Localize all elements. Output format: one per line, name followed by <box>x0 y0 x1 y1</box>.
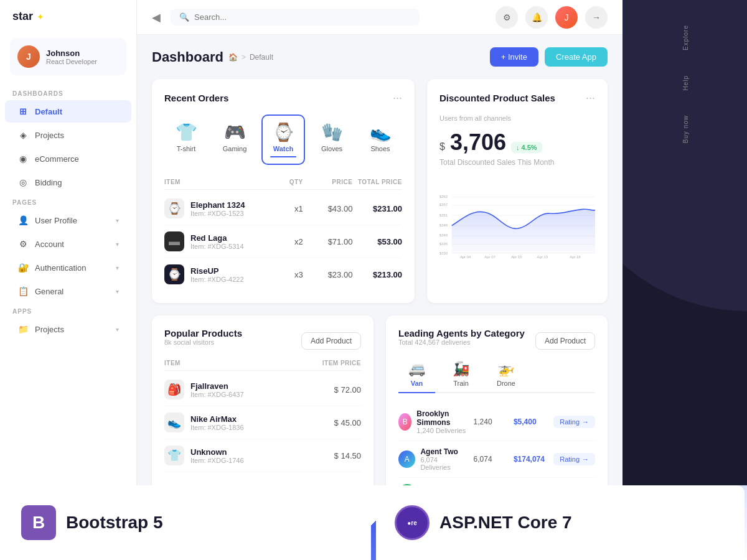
add-product-button[interactable]: Add Product <box>301 332 361 350</box>
breadcrumb-separator: > <box>242 53 246 62</box>
sidebar-item-label: eCommerce <box>35 154 79 164</box>
main-content: ◀ 🔍 ⚙ 🔔 J → Dashboard 🏠 > Default + <box>137 0 622 560</box>
agent-info: A Agent Two 6,074 Deliveries <box>398 447 469 471</box>
tab-drone[interactable]: 🚁 Drone <box>487 356 525 393</box>
page-title: Dashboard <box>152 49 223 65</box>
buy-now-button[interactable]: Buy now <box>622 103 747 156</box>
topbar-settings-button[interactable]: ⚙ <box>496 6 518 29</box>
help-button[interactable]: Help <box>622 63 747 103</box>
svg-text:Apr 04: Apr 04 <box>460 255 471 259</box>
sales-subtitle: Users from all channels <box>439 114 595 122</box>
badge-value: 4.5% <box>522 144 537 151</box>
logo-text: star <box>12 10 33 23</box>
search-box[interactable]: 🔍 <box>171 9 420 26</box>
tab-train[interactable]: 🚂 Train <box>443 356 479 393</box>
svg-text:$346: $346 <box>439 223 448 227</box>
breadcrumb: 🏠 > Default <box>228 53 273 62</box>
right-panel: Explore Help Buy now <box>622 0 747 560</box>
item-price: $ 14.50 <box>297 451 361 460</box>
topbar-notifications-button[interactable]: 🔔 <box>525 6 548 29</box>
svg-text:$340: $340 <box>439 233 448 237</box>
sidebar-item-bidding[interactable]: ◎ Bidding <box>5 171 131 194</box>
sidebar-item-label: Default <box>35 107 62 116</box>
avatar: J <box>17 45 40 68</box>
section-label-apps: APPS <box>0 303 136 317</box>
sales-label: Total Discounted Sales This Month <box>439 158 595 167</box>
chevron-down-icon: ▾ <box>116 264 119 271</box>
tab-label: Drone <box>497 380 515 387</box>
sales-amount: $ 3,706 ↓ 4.5% <box>439 129 595 156</box>
card-menu-icon[interactable]: ··· <box>393 91 402 105</box>
tab-gaming[interactable]: 🎮 Gaming <box>213 114 256 165</box>
pp-table-header: ITEM ITEM PRICE <box>164 356 361 371</box>
tab-tshirt[interactable]: 👕 T-shirt <box>164 114 208 165</box>
tab-watch[interactable]: ⌚ Watch <box>261 114 305 165</box>
svg-text:$357: $357 <box>439 203 448 207</box>
user-info: Johnson React Developer <box>46 49 97 65</box>
explore-button[interactable]: Explore <box>622 12 747 63</box>
tab-underline <box>222 156 248 157</box>
arrow-down-icon: ↓ <box>516 144 520 151</box>
add-agent-button[interactable]: Add Product <box>535 332 595 350</box>
logo-star-icon: ✦ <box>37 12 44 22</box>
top-grid: Recent Orders ··· 👕 T-shirt 🎮 Gaming <box>152 79 608 303</box>
agent-tabs: 🚐 Van 🚂 Train 🚁 Drone <box>398 356 595 393</box>
buy-label: Buy now <box>682 115 689 143</box>
tab-gloves[interactable]: 🧤 Gloves <box>310 114 354 165</box>
item-name: Fjallraven <box>190 381 244 391</box>
sidebar-item-label: General <box>35 287 63 296</box>
page-title-area: Dashboard 🏠 > Default <box>152 49 273 65</box>
topbar-arrow-button[interactable]: → <box>585 6 608 29</box>
tab-underline <box>319 156 345 157</box>
shoes-icon: 👟 <box>370 122 392 142</box>
topbar: ◀ 🔍 ⚙ 🔔 J → <box>137 0 622 35</box>
rating-button[interactable]: Rating → <box>553 453 595 465</box>
col-total: TOTAL PRICE <box>357 179 402 185</box>
watermark-aspnet: ●re ASP.NET Core 7 <box>376 485 745 560</box>
sidebar-item-projects-app[interactable]: 📁 Projects ▾ <box>5 318 131 340</box>
sidebar-item-authentication[interactable]: 🔐 Authentication ▾ <box>5 256 131 279</box>
tab-underline <box>173 156 199 157</box>
chevron-down-icon: ▾ <box>116 217 119 224</box>
sidebar-item-user-profile[interactable]: 👤 User Profile ▾ <box>5 209 131 231</box>
aspnet-letter: ●re <box>407 520 417 526</box>
sidebar: star ✦ J Johnson React Developer DASHBOA… <box>0 0 137 560</box>
tab-shoes-label: Shoes <box>370 145 390 152</box>
col-qty: QTY <box>258 179 303 185</box>
tab-van[interactable]: 🚐 Van <box>398 356 435 393</box>
sidebar-item-account[interactable]: ⚙ Account ▾ <box>5 233 131 255</box>
table-row: ⌚ RiseUP Item: #XDG-4222 x3 $23.00 $213.… <box>164 258 402 291</box>
sidebar-user-card[interactable]: J Johnson React Developer <box>10 38 126 75</box>
chevron-down-icon: ▾ <box>116 241 119 248</box>
sidebar-logo: star ✦ <box>0 0 136 33</box>
sidebar-item-ecommerce[interactable]: ◉ eCommerce <box>5 147 131 170</box>
sidebar-item-default[interactable]: ⊞ Default <box>5 100 131 123</box>
tab-underline <box>367 156 393 157</box>
sales-number: 3,706 <box>450 129 506 156</box>
svg-text:$362: $362 <box>439 195 448 198</box>
svg-text:Apr 18: Apr 18 <box>570 255 581 259</box>
sidebar-item-general[interactable]: 📋 General ▾ <box>5 280 131 302</box>
section-label-pages: PAGES <box>0 194 136 208</box>
recent-orders-card: Recent Orders ··· 👕 T-shirt 🎮 Gaming <box>152 79 415 303</box>
aspnet-label: ASP.NET Core 7 <box>439 513 572 533</box>
card-menu-icon[interactable]: ··· <box>586 91 595 105</box>
create-app-button[interactable]: Create App <box>545 47 608 67</box>
topbar-user-avatar[interactable]: J <box>555 6 578 29</box>
item-image: ▬ <box>164 231 184 251</box>
rating-button[interactable]: Rating → <box>553 416 595 428</box>
account-icon: ⚙ <box>17 238 29 250</box>
la-title-area: Leading Agents by Category Total 424,567… <box>398 328 525 353</box>
drone-icon: 🚁 <box>497 361 514 377</box>
avatar: A <box>398 450 415 468</box>
invite-button[interactable]: + Invite <box>490 47 538 67</box>
sidebar-toggle-button[interactable]: ◀ <box>152 11 161 24</box>
popular-products-title: Popular Products <box>164 328 242 338</box>
ecommerce-icon: ◉ <box>17 153 29 164</box>
search-input[interactable] <box>194 12 319 22</box>
tab-shoes[interactable]: 👟 Shoes <box>359 114 402 165</box>
tab-gloves-label: Gloves <box>321 145 342 152</box>
item-id: Item: #XDG-1746 <box>190 457 244 464</box>
sidebar-item-projects[interactable]: ◈ Projects <box>5 124 131 146</box>
agent-deliveries: 1,240 Deliveries <box>416 427 468 434</box>
